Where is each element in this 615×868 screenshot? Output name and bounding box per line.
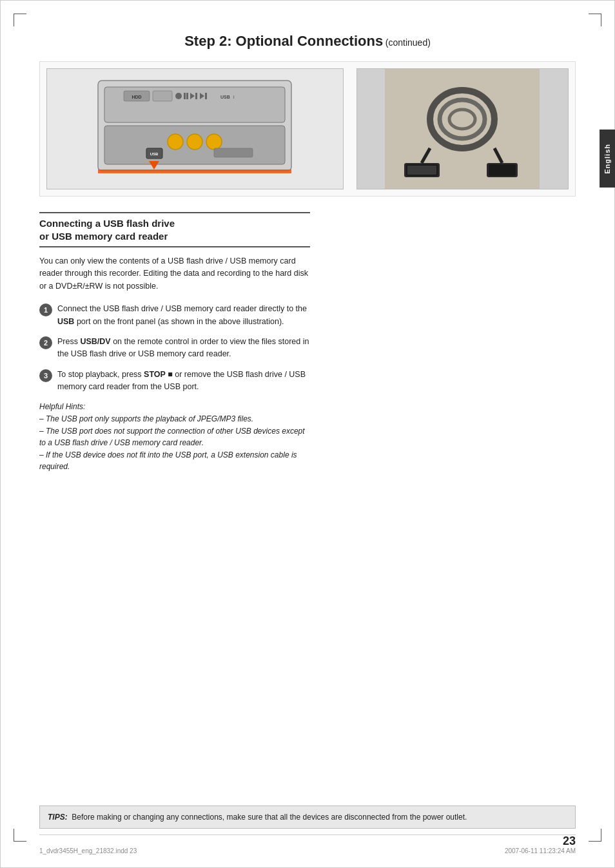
footer-info: 1_dvdr3455H_eng_21832.indd 23 2007-06-11…	[39, 847, 576, 854]
device-diagram-svg: HDD USB i USB	[85, 68, 304, 189]
hint-3: – If the USB device does not fit into th…	[39, 449, 310, 473]
svg-text:HDD: HDD	[132, 95, 142, 99]
tips-label: TIPS:	[48, 813, 68, 822]
svg-rect-11	[205, 93, 207, 99]
footer-left: 1_dvdr3455H_eng_21832.indd 23	[39, 847, 137, 854]
cable-photo-svg	[385, 68, 540, 189]
section-heading: Connecting a USB flash drive or USB memo…	[39, 212, 310, 247]
svg-text:USB: USB	[150, 152, 159, 156]
corner-mark-br-h	[589, 841, 601, 842]
svg-rect-31	[489, 164, 516, 176]
page-number: 23	[563, 834, 576, 848]
language-tab-label: English	[603, 144, 611, 174]
page-wrapper: English Step 2: Optional Connections (co…	[0, 0, 615, 868]
corner-mark-br-v	[601, 829, 601, 842]
step-2-text: Press USB/DV on the remote control in or…	[57, 336, 310, 361]
step-1-num: 1	[39, 304, 52, 316]
svg-point-17	[206, 134, 222, 149]
corner-mark-tr-h	[589, 14, 601, 14]
svg-rect-6	[184, 93, 186, 99]
svg-rect-7	[186, 93, 188, 99]
page-title-area: Step 2: Optional Connections (continued)	[39, 33, 576, 50]
svg-point-15	[168, 134, 183, 149]
step-1: 1 Connect the USB flash drive / USB memo…	[39, 303, 310, 328]
content-area: Connecting a USB flash drive or USB memo…	[39, 212, 576, 473]
language-tab: English	[600, 130, 615, 188]
svg-rect-29	[407, 166, 436, 175]
svg-rect-21	[214, 148, 253, 157]
corner-mark-tl-h	[14, 14, 26, 14]
footer-right: 2007-06-11 11:23:24 AM	[505, 847, 576, 854]
footer-rule	[39, 834, 576, 835]
step-3-text: To stop playback, press STOP ■ or remove…	[57, 369, 310, 394]
svg-rect-4	[153, 91, 172, 101]
device-diagram: HDD USB i USB	[46, 68, 344, 189]
svg-point-5	[175, 93, 182, 99]
helpful-hints-title: Helpful Hints:	[39, 401, 310, 413]
main-title: Step 2: Optional Connections	[184, 33, 383, 49]
svg-rect-22	[98, 169, 291, 173]
step-3-num: 3	[39, 369, 52, 382]
corner-mark-bl-h	[14, 841, 26, 842]
helpful-hints: Helpful Hints: – The USB port only suppo…	[39, 401, 310, 473]
image-area: HDD USB i USB	[39, 61, 576, 197]
step-1-text: Connect the USB flash drive / USB memory…	[57, 303, 310, 328]
section-title: Connecting a USB flash drive or USB memo…	[39, 217, 310, 242]
tips-box: TIPS: Before making or changing any conn…	[39, 805, 576, 829]
hint-2: – The USB port does not support the conn…	[39, 425, 310, 449]
hint-1: – The USB port only supports the playbac…	[39, 413, 310, 425]
step-3: 3 To stop playback, press STOP ■ or remo…	[39, 369, 310, 394]
left-content: Connecting a USB flash drive or USB memo…	[39, 212, 310, 473]
corner-mark-tr-v	[601, 14, 601, 26]
corner-mark-tl-v	[14, 14, 14, 26]
svg-point-16	[187, 134, 202, 149]
step-2-num: 2	[39, 336, 52, 349]
tips-text: Before making or changing any connection…	[72, 813, 467, 822]
intro-text: You can only view the contents of a USB …	[39, 255, 310, 293]
step-2: 2 Press USB/DV on the remote control in …	[39, 336, 310, 361]
title-continued: (continued)	[386, 37, 431, 48]
svg-text:USB: USB	[220, 95, 230, 99]
corner-mark-bl-v	[14, 829, 14, 842]
usb-cable-photo	[356, 68, 569, 189]
svg-rect-9	[195, 93, 197, 99]
